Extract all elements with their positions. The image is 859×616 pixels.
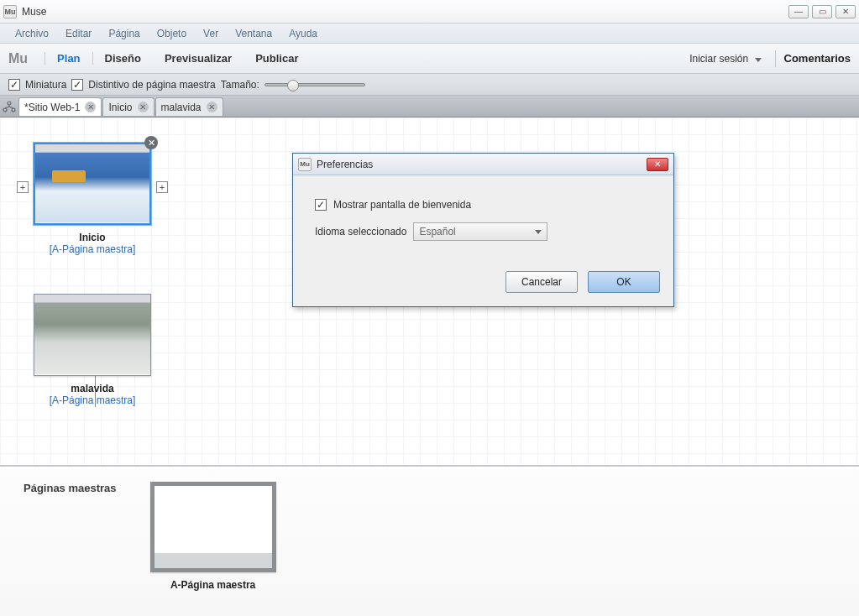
ok-button[interactable]: OK <box>588 271 660 293</box>
language-label: Idioma seleccionado <box>315 226 406 238</box>
thumbnail-checkbox[interactable]: ✓ <box>8 79 20 91</box>
login-label: Iniciar sesión <box>689 53 748 65</box>
minimize-button[interactable]: — <box>788 5 809 18</box>
master-badge-label: Distintivo de página maestra <box>88 79 215 91</box>
master-thumbnail[interactable] <box>150 482 276 572</box>
language-select[interactable]: Español <box>413 222 547 241</box>
tab-label: malavida <box>161 102 202 113</box>
delete-page-button[interactable]: ✕ <box>144 136 158 149</box>
maximize-button[interactable]: ▭ <box>812 5 832 18</box>
close-window-button[interactable]: ✕ <box>835 5 856 18</box>
svg-point-1 <box>3 108 7 112</box>
page-thumbnail-malavida[interactable] <box>34 294 151 376</box>
size-label: Tamaño: <box>221 79 259 91</box>
welcome-screen-checkbox[interactable]: ✓ <box>315 199 327 211</box>
masters-title: Páginas maestras <box>24 482 117 494</box>
thumb-browserbar <box>35 144 149 153</box>
preferences-dialog: Mu Preferencias ✕ ✓ Mostrar pantalla de … <box>292 153 674 307</box>
mode-publicar[interactable]: Publicar <box>244 52 310 65</box>
master-pages-panel: Páginas maestras A-Página maestra <box>0 465 859 616</box>
thumb-preview <box>35 153 149 222</box>
language-value: Español <box>419 226 455 238</box>
page-name: malavida <box>34 383 151 394</box>
welcome-screen-label: Mostrar pantalla de bienvenida <box>333 199 471 211</box>
tab-inicio[interactable]: Inicio ✕ <box>102 97 154 116</box>
login-dropdown[interactable]: Iniciar sesión <box>684 53 766 65</box>
thumb-preview <box>34 303 150 374</box>
add-page-right-button[interactable]: + <box>156 181 168 193</box>
sitemap-icon <box>0 97 18 116</box>
menu-ayuda[interactable]: Ayuda <box>280 28 326 39</box>
close-icon[interactable]: ✕ <box>207 102 217 112</box>
thumbnail-label: Miniatura <box>25 79 66 91</box>
page-master-link[interactable]: [A-Página maestra] <box>34 243 151 255</box>
page-master-link[interactable]: [A-Página maestra] <box>34 394 151 406</box>
tab-label: *Sitio Web-1 <box>24 102 80 113</box>
slider-thumb[interactable] <box>287 80 299 91</box>
svg-point-0 <box>8 102 11 105</box>
comments-button[interactable]: Comentarios <box>784 52 851 65</box>
svg-point-2 <box>12 108 15 112</box>
close-icon[interactable]: ✕ <box>85 102 96 112</box>
menu-pagina[interactable]: Página <box>100 28 148 39</box>
chevron-down-icon <box>755 58 762 62</box>
menu-archivo[interactable]: Archivo <box>7 28 57 39</box>
tab-sitio-web[interactable]: *Sitio Web-1 ✕ <box>18 97 102 116</box>
master-name: A-Página maestra <box>150 579 276 591</box>
mode-plan[interactable]: Plan <box>45 52 92 65</box>
options-bar: ✓ Miniatura ✓ Distintivo de página maest… <box>0 74 859 96</box>
dialog-titlebar[interactable]: Mu Preferencias ✕ <box>293 154 673 175</box>
dialog-app-icon: Mu <box>298 158 312 171</box>
thumb-browserbar <box>34 295 150 303</box>
vertical-divider <box>775 50 776 67</box>
chevron-down-icon <box>535 230 542 234</box>
close-icon[interactable]: ✕ <box>138 102 149 112</box>
page-name: Inicio <box>34 232 151 243</box>
tab-label: Inicio <box>108 102 132 113</box>
mode-bar: Mu Plan Diseño Previsualizar Publicar In… <box>0 44 859 74</box>
master-badge-checkbox[interactable]: ✓ <box>71 79 83 91</box>
menu-objeto[interactable]: Objeto <box>149 28 195 39</box>
page-thumbnail-inicio[interactable] <box>34 143 151 225</box>
dialog-close-button[interactable]: ✕ <box>647 158 668 171</box>
window-titlebar: Mu Muse — ▭ ✕ <box>0 0 859 23</box>
size-slider[interactable] <box>265 83 365 86</box>
app-icon: Mu <box>3 5 17 18</box>
mode-diseno[interactable]: Diseño <box>93 52 153 65</box>
dialog-title: Preferencias <box>317 159 647 170</box>
master-footer-area <box>155 553 272 568</box>
menu-ventana[interactable]: Ventana <box>227 28 280 39</box>
tab-malavida[interactable]: malavida ✕ <box>155 97 223 116</box>
mode-previsualizar[interactable]: Previsualizar <box>153 52 244 65</box>
menu-editar[interactable]: Editar <box>57 28 100 39</box>
window-title: Muse <box>22 6 788 18</box>
cancel-button[interactable]: Cancelar <box>505 271 578 293</box>
menubar: Archivo Editar Página Objeto Ver Ventana… <box>0 23 859 44</box>
document-tabs: *Sitio Web-1 ✕ Inicio ✕ malavida ✕ <box>0 96 859 117</box>
product-logo: Mu <box>8 51 28 66</box>
add-page-left-button[interactable]: + <box>17 181 29 193</box>
menu-ver[interactable]: Ver <box>195 28 227 39</box>
